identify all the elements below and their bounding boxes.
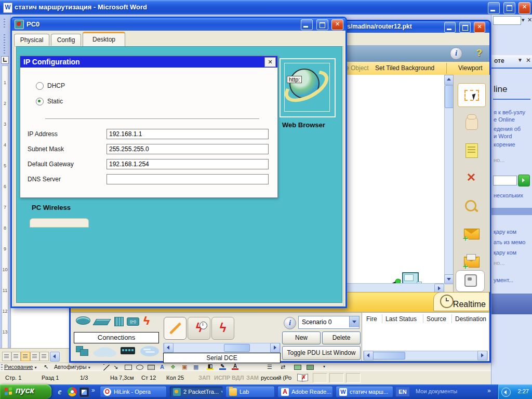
- pdu-col-source[interactable]: Source: [427, 315, 446, 323]
- shadow-style-icon[interactable]: [294, 365, 301, 370]
- scroll-left-icon[interactable]: [164, 343, 174, 353]
- diagram-tool-icon[interactable]: ❖: [170, 364, 176, 370]
- quicklaunch-overflow-icon[interactable]: »: [91, 387, 95, 394]
- scenario-select[interactable]: Scenario 0: [298, 316, 360, 329]
- task-pane-link[interactable]: қару ком: [494, 229, 516, 235]
- minimize-icon[interactable]: [488, 2, 500, 14]
- taskbar-button-adobe[interactable]: A Adobe Reade...: [277, 386, 333, 397]
- language-indicator[interactable]: EN: [396, 387, 409, 396]
- dns-server-input[interactable]: [107, 174, 269, 184]
- cable-scrollbar[interactable]: [163, 343, 281, 353]
- close-icon[interactable]: ✕: [264, 57, 276, 67]
- pdu-col-last-status[interactable]: Last Status: [385, 315, 417, 323]
- wan-cloud-category-icon[interactable]: [97, 347, 113, 356]
- task-pane-link[interactable]: и Word: [494, 133, 512, 139]
- task-pane-link[interactable]: я к веб-узлу: [494, 109, 525, 115]
- scroll-right-icon[interactable]: [270, 343, 280, 353]
- task-pane-link[interactable]: қару ком: [494, 249, 516, 256]
- draw-menu-button[interactable]: Рисование ▾: [4, 364, 36, 370]
- chevron-down-icon[interactable]: [349, 316, 359, 327]
- scroll-left-icon[interactable]: [364, 351, 374, 361]
- chevron-down-icon[interactable]: ▾: [522, 17, 525, 23]
- textbox-tool-icon[interactable]: [148, 365, 155, 370]
- taskbar-button-word[interactable]: W статич марш...: [336, 386, 393, 397]
- print-layout-view-button[interactable]: [21, 352, 30, 361]
- toolbar-handle[interactable]: [1, 364, 3, 370]
- web-browser-app[interactable]: http:: [280, 58, 336, 117]
- wireless-category-icon[interactable]: ((•)): [127, 317, 139, 326]
- threed-style-icon[interactable]: [307, 365, 314, 370]
- default-gateway-input[interactable]: [107, 159, 269, 169]
- tab-desktop[interactable]: Desktop: [83, 32, 125, 46]
- scrollbar-thumb[interactable]: [445, 85, 454, 108]
- task-pane-link[interactable]: едения об: [494, 126, 521, 132]
- new-scenario-button[interactable]: New: [282, 331, 321, 344]
- minimize-icon[interactable]: [444, 22, 456, 33]
- serial-dce-cable-button[interactable]: ϟ: [188, 317, 210, 340]
- info-icon[interactable]: i: [450, 47, 462, 60]
- task-pane-link[interactable]: корение: [494, 141, 515, 148]
- restore-icon[interactable]: [503, 2, 515, 14]
- task-pane-link[interactable]: ать из мемо: [494, 239, 525, 245]
- chevron-down-icon[interactable]: ▾: [221, 389, 223, 394]
- subnet-mask-input[interactable]: [107, 144, 269, 154]
- close-icon[interactable]: ✕: [518, 2, 530, 14]
- picture-tool-icon[interactable]: ▦: [193, 364, 198, 370]
- place-object-menu[interactable]: e Object: [345, 64, 369, 72]
- web-layout-view-button[interactable]: [11, 352, 21, 361]
- viewport-menu[interactable]: Viewport: [458, 64, 482, 72]
- line-color-icon[interactable]: ✎: [219, 364, 226, 370]
- browser-quicklaunch-icon[interactable]: [68, 387, 77, 396]
- static-radio[interactable]: [36, 98, 44, 105]
- fill-color-icon[interactable]: ◧: [207, 364, 214, 370]
- serial-dte-cable-button[interactable]: ϟ: [211, 317, 234, 340]
- end-devices-category-icon[interactable]: [76, 345, 90, 357]
- tab-physical[interactable]: Physical: [14, 34, 49, 46]
- chevron-down-icon[interactable]: ▼: [517, 57, 523, 63]
- set-tiled-background-menu[interactable]: Set Tiled Background: [375, 64, 434, 72]
- toolbar-overflow-icon[interactable]: ▾: [323, 364, 325, 369]
- task-pane-link[interactable]: умент...: [494, 277, 513, 283]
- taskbar-button-opera[interactable]: O HiLink - Opera: [100, 386, 167, 397]
- taskbar-button-packet-tracer[interactable]: 2 PacketTra... ▾: [169, 386, 223, 397]
- dhcp-radio-label[interactable]: DHCP: [47, 82, 65, 89]
- reading-view-button[interactable]: [39, 352, 49, 361]
- help-icon[interactable]: ?: [476, 47, 482, 59]
- wordart-tool-icon[interactable]: A: [160, 364, 164, 370]
- delete-tool-button[interactable]: ✕: [458, 167, 485, 190]
- pdu-col-fire[interactable]: Fire: [366, 315, 377, 323]
- device-template-box[interactable]: [456, 270, 485, 292]
- multiuser-category-icon[interactable]: [140, 346, 159, 356]
- workspace-vscrollbar[interactable]: [444, 75, 454, 283]
- place-note-tool-button[interactable]: [458, 139, 485, 162]
- dhcp-radio[interactable]: [36, 82, 44, 90]
- arrow-style-icon[interactable]: ⇄: [281, 364, 285, 370]
- tray-collapse-icon[interactable]: [501, 388, 511, 397]
- pdu-list-scrollbar[interactable]: [363, 351, 488, 361]
- question-box[interactable]: [493, 16, 521, 25]
- clipart-tool-icon[interactable]: ▣: [182, 364, 187, 370]
- maximize-icon[interactable]: [459, 22, 471, 33]
- pdu-col-destination[interactable]: Destination: [455, 315, 486, 323]
- routers-category-icon[interactable]: [76, 316, 90, 325]
- task-pane-link[interactable]: нескольких: [494, 192, 523, 198]
- font-color-icon[interactable]: А: [232, 364, 238, 370]
- move-layout-tool-button[interactable]: [458, 111, 485, 134]
- delete-scenario-button[interactable]: Delete: [322, 331, 361, 344]
- task-pane-search-input[interactable]: [493, 176, 517, 185]
- close-icon[interactable]: ✕: [331, 19, 343, 30]
- scenario-info-icon[interactable]: i: [284, 317, 296, 329]
- toolbar-handle[interactable]: [4, 34, 5, 55]
- taskbar-button-lab[interactable]: Lab: [225, 386, 275, 397]
- task-pane-close-icon[interactable]: ✕: [526, 57, 531, 64]
- media-quicklaunch-icon[interactable]: [79, 387, 89, 397]
- toolbar-handle[interactable]: [4, 19, 5, 29]
- rectangle-tool-icon[interactable]: [125, 365, 132, 370]
- toggle-pdu-list-button[interactable]: Toggle PDU List Window: [282, 346, 361, 360]
- ie-quicklaunch-icon[interactable]: e: [55, 387, 64, 396]
- auto-cable-button[interactable]: [164, 317, 187, 340]
- dash-style-icon[interactable]: ☰: [267, 364, 272, 370]
- ip-address-input[interactable]: [107, 129, 269, 139]
- autoshapes-menu-button[interactable]: Автофигуры ▾: [54, 364, 90, 370]
- scrollbar-thumb[interactable]: [373, 352, 405, 360]
